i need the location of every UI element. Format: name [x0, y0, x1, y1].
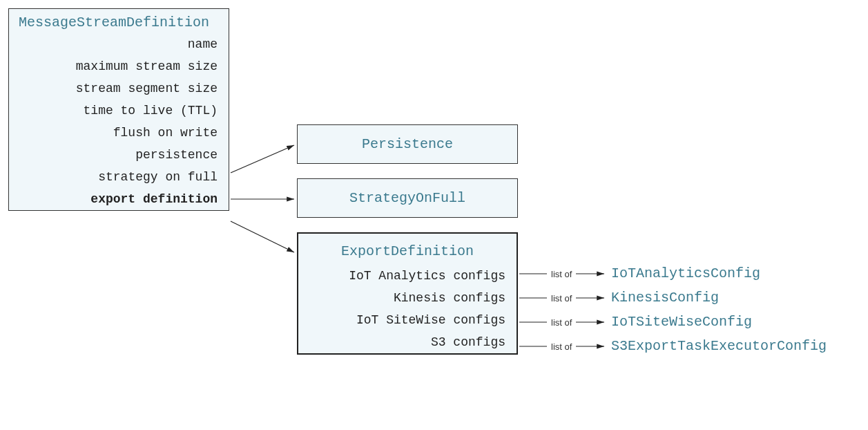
type-kinesis-config: KinesisConfig — [611, 290, 719, 306]
export-definition-box: ExportDefinition IoT Analytics configs K… — [297, 232, 518, 355]
persistence-title: Persistence — [298, 125, 517, 163]
export-row-kinesis: Kinesis configs — [298, 287, 517, 309]
listof-label-1: list of — [551, 269, 572, 279]
listof-label-3: list of — [551, 317, 572, 328]
export-row-iot-analytics: IoT Analytics configs — [298, 265, 517, 287]
persistence-box: Persistence — [297, 124, 518, 164]
arrow-export — [231, 221, 294, 252]
msd-prop-segment-size: stream segment size — [9, 77, 229, 100]
listof-label-4: list of — [551, 342, 572, 352]
export-row-sitewise: IoT SiteWise configs — [298, 309, 517, 331]
export-title: ExportDefinition — [298, 234, 517, 265]
message-stream-definition-box: MessageStreamDefinition name maximum str… — [8, 8, 229, 211]
type-iot-analytics-config: IoTAnalyticsConfig — [611, 265, 760, 281]
msd-prop-flush: flush on write — [9, 122, 229, 144]
arrow-persistence — [231, 145, 294, 173]
type-iot-sitewise-config: IoTSiteWiseConfig — [611, 314, 752, 330]
type-s3-export-config: S3ExportTaskExecutorConfig — [611, 338, 827, 354]
msd-prop-name: name — [9, 33, 229, 55]
export-row-s3: S3 configs — [298, 331, 517, 353]
msd-prop-ttl: time to live (TTL) — [9, 100, 229, 122]
msd-prop-persistence: persistence — [9, 144, 229, 166]
strategy-title: StrategyOnFull — [298, 179, 517, 217]
msd-prop-strategy: strategy on full — [9, 166, 229, 188]
msd-prop-export: export definition — [9, 188, 229, 210]
msd-prop-max-size: maximum stream size — [9, 55, 229, 77]
listof-label-2: list of — [551, 293, 572, 303]
strategy-on-full-box: StrategyOnFull — [297, 178, 518, 218]
msd-title: MessageStreamDefinition — [9, 9, 229, 33]
